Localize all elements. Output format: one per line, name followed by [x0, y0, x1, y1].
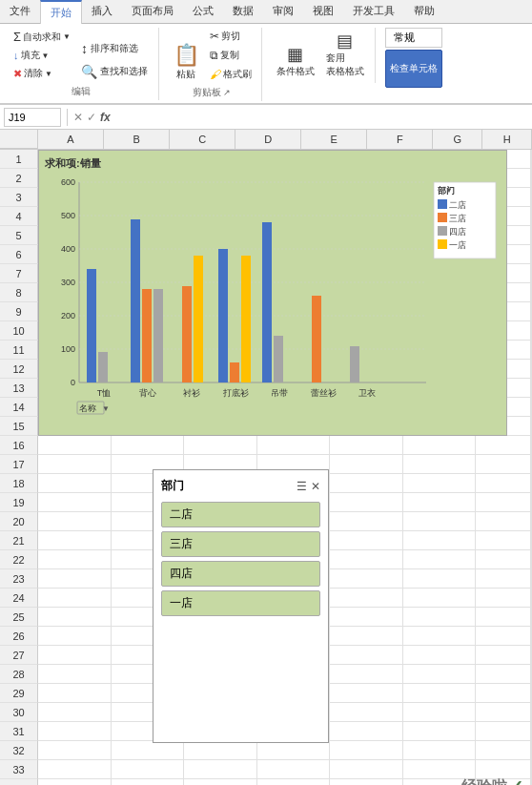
cell-e28[interactable] [330, 665, 403, 684]
row-header-12[interactable]: 12 [0, 360, 38, 379]
cell-a31[interactable] [38, 722, 112, 741]
cell-a20[interactable] [38, 512, 112, 531]
filter-item-errdian[interactable]: 二店 [161, 502, 320, 527]
format-brush-button[interactable]: 🖌 格式刷 [206, 66, 256, 83]
cell-e16[interactable] [330, 436, 403, 455]
tab-developer[interactable]: 开发工具 [343, 0, 404, 23]
cell-a17[interactable] [38, 455, 112, 474]
check-cell-button[interactable]: 检查单元格 [385, 50, 442, 88]
tab-insert[interactable]: 插入 [82, 0, 122, 23]
filter-item-sidian[interactable]: 四店 [161, 561, 320, 587]
row-header-4[interactable]: 4 [0, 207, 38, 226]
row-header-14[interactable]: 14 [0, 398, 38, 417]
tab-view[interactable]: 视图 [303, 0, 343, 23]
row-header-25[interactable]: 25 [0, 608, 38, 627]
cell-a33[interactable] [38, 760, 112, 779]
cell-a23[interactable] [38, 569, 112, 589]
cell-f25[interactable] [403, 608, 477, 627]
cell-e18[interactable] [330, 474, 403, 493]
col-header-H[interactable]: H [482, 130, 532, 149]
cell-f23[interactable] [403, 569, 477, 589]
col-header-A[interactable]: A [38, 130, 104, 149]
cell-f18[interactable] [403, 474, 477, 493]
cell-a29[interactable] [38, 684, 112, 703]
cell-d32[interactable] [257, 741, 331, 760]
cell-e31[interactable] [330, 722, 403, 741]
cell-d33[interactable] [257, 760, 331, 779]
row-header-34[interactable]: 34 [0, 779, 38, 785]
cell-e30[interactable] [330, 703, 403, 722]
col-header-C[interactable]: C [170, 130, 235, 149]
cell-e26[interactable] [330, 627, 403, 646]
cell-e34[interactable] [330, 779, 403, 785]
cell-a25[interactable] [38, 608, 112, 627]
row-header-3[interactable]: 3 [0, 188, 38, 207]
cell-f31[interactable] [403, 722, 477, 741]
row-header-28[interactable]: 28 [0, 665, 38, 684]
cell-e25[interactable] [330, 608, 403, 627]
row-header-31[interactable]: 31 [0, 722, 38, 741]
cell-a22[interactable] [38, 550, 112, 569]
find-select-button[interactable]: 🔍 查找和选择 [76, 61, 153, 82]
cell-e19[interactable] [330, 493, 403, 512]
cell-f29[interactable] [403, 684, 477, 703]
cell-c16[interactable] [184, 436, 257, 455]
cell-g25[interactable] [476, 608, 531, 627]
cell-d34[interactable] [257, 779, 331, 785]
col-header-D[interactable]: D [235, 130, 301, 149]
cell-f32[interactable] [403, 741, 477, 760]
row-header-7[interactable]: 7 [0, 264, 38, 283]
cell-g19[interactable] [476, 493, 531, 512]
clipboard-expand-icon[interactable]: ↗ [223, 88, 231, 97]
cell-g30[interactable] [476, 703, 531, 722]
row-header-22[interactable]: 22 [0, 550, 38, 569]
cut-button[interactable]: ✂ 剪切 [206, 28, 256, 45]
cell-e22[interactable] [330, 550, 403, 569]
tab-home[interactable]: 开始 [40, 0, 82, 24]
clear-button[interactable]: ✖ 清除 ▼ [10, 65, 74, 82]
cell-e17[interactable] [330, 455, 403, 474]
cell-a32[interactable] [38, 741, 112, 760]
cell-g21[interactable] [476, 531, 531, 550]
cell-e32[interactable] [330, 741, 403, 760]
tab-file[interactable]: 文件 [0, 0, 40, 23]
cell-e33[interactable] [330, 760, 403, 779]
row-header-15[interactable]: 15 [0, 417, 38, 436]
tab-data[interactable]: 数据 [223, 0, 263, 23]
row-header-1[interactable]: 1 [0, 150, 38, 169]
cell-f17[interactable] [403, 455, 477, 474]
cell-a27[interactable] [38, 646, 112, 665]
cell-g16[interactable] [476, 436, 531, 455]
cell-e24[interactable] [330, 589, 403, 608]
row-header-33[interactable]: 33 [0, 760, 38, 779]
cell-b33[interactable] [112, 760, 185, 779]
cell-g28[interactable] [476, 665, 531, 684]
fx-icon[interactable]: fx [100, 111, 111, 124]
cell-f26[interactable] [403, 627, 477, 646]
cell-f16[interactable] [403, 436, 477, 455]
copy-button[interactable]: ⧉ 复制 [206, 47, 256, 64]
row-header-6[interactable]: 6 [0, 245, 38, 264]
row-header-19[interactable]: 19 [0, 493, 38, 512]
row-header-21[interactable]: 21 [0, 531, 38, 550]
conditional-format-button[interactable]: ▦ 条件格式 [272, 41, 319, 81]
formula-input[interactable] [114, 111, 528, 124]
row-header-2[interactable]: 2 [0, 169, 38, 188]
col-header-E[interactable]: E [301, 130, 367, 149]
row-header-26[interactable]: 26 [0, 627, 38, 646]
row-header-18[interactable]: 18 [0, 474, 38, 493]
cell-e23[interactable] [330, 569, 403, 589]
cell-e29[interactable] [330, 684, 403, 703]
cell-b16[interactable] [112, 436, 185, 455]
row-header-9[interactable]: 9 [0, 302, 38, 321]
cell-a21[interactable] [38, 531, 112, 550]
cell-e21[interactable] [330, 531, 403, 550]
cell-g18[interactable] [476, 474, 531, 493]
row-header-27[interactable]: 27 [0, 646, 38, 665]
row-header-10[interactable]: 10 [0, 321, 38, 341]
cell-f21[interactable] [403, 531, 477, 550]
cancel-icon[interactable]: ✕ [73, 111, 83, 124]
cell-c34[interactable] [184, 779, 257, 785]
confirm-icon[interactable]: ✓ [87, 111, 96, 124]
cell-c32[interactable] [184, 741, 257, 760]
